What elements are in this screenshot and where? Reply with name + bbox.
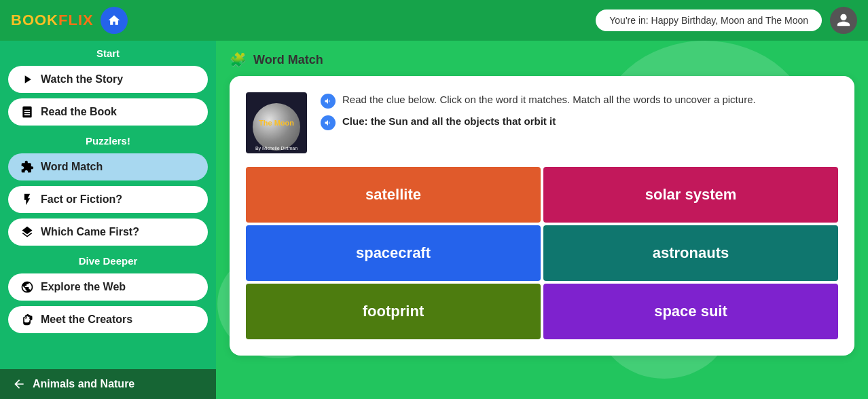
sidebar-item-label: Meet the Creators xyxy=(41,314,132,326)
sidebar-footer[interactable]: Animals and Nature xyxy=(0,369,216,399)
arrow-left-icon xyxy=(12,377,26,391)
dive-deeper-label: Dive Deeper xyxy=(0,248,216,271)
page-title-row: 🧩 Word Match xyxy=(230,52,854,68)
card-top: The Moon By Michelle Dirtman Read the cl… xyxy=(246,92,838,153)
sidebar-item-label: Explore the Web xyxy=(41,281,126,293)
puzzlers-label: Puzzlers! xyxy=(0,128,216,151)
logo-book: BOOK xyxy=(11,12,58,28)
clue-text: Clue: the Sun and all the objects that o… xyxy=(342,114,556,128)
hand-icon xyxy=(20,313,34,326)
speech-icon-2[interactable] xyxy=(321,115,336,130)
book-icon xyxy=(20,105,34,119)
book-cover: The Moon By Michelle Dirtman xyxy=(246,92,307,153)
book-cover-title: The Moon xyxy=(256,116,297,130)
word-grid: satellitesolar systemspacecraftastronaut… xyxy=(246,167,838,339)
sidebar-item-label: Read the Book xyxy=(41,106,117,118)
sidebar-item-read-book[interactable]: Read the Book xyxy=(8,98,208,126)
home-icon xyxy=(107,14,121,27)
header: BOOKFLIX You're in: Happy Birthday, Moon… xyxy=(0,0,868,41)
word-match-card: The Moon By Michelle Dirtman Read the cl… xyxy=(230,76,854,356)
sidebar-item-word-match[interactable]: Word Match xyxy=(8,153,208,180)
sidebar-footer-label: Animals and Nature xyxy=(33,378,134,390)
speaker-icon-2 xyxy=(324,119,332,127)
sidebar-item-label: Watch the Story xyxy=(41,73,123,86)
sidebar-item-watch-story[interactable]: Watch the Story xyxy=(8,66,208,93)
sidebar-item-label: Word Match xyxy=(41,161,103,173)
word-cell-satellite[interactable]: satellite xyxy=(246,167,541,223)
sidebar-item-explore-web[interactable]: Explore the Web xyxy=(8,273,208,301)
sidebar-item-fact-fiction[interactable]: Fact or Fiction? xyxy=(8,186,208,213)
instruction-text-1: Read the clue below. Click on the word i… xyxy=(342,92,756,107)
sidebar: Start Watch the Story Read the Book Puzz… xyxy=(0,41,216,399)
layers-icon xyxy=(20,225,34,239)
you-are-in-badge: You're in: Happy Birthday, Moon and The … xyxy=(596,10,822,31)
play-icon xyxy=(20,73,34,86)
speaker-icon xyxy=(324,97,332,105)
user-icon xyxy=(836,13,851,28)
globe-icon xyxy=(20,280,34,294)
user-avatar[interactable] xyxy=(830,7,857,34)
word-cell-solar-system[interactable]: solar system xyxy=(543,167,838,223)
logo-text: BOOKFLIX xyxy=(11,12,94,29)
page-title: Word Match xyxy=(253,53,323,67)
book-cover-author: By Michelle Dirtman xyxy=(246,146,307,151)
word-cell-astronauts[interactable]: astronauts xyxy=(543,225,838,281)
word-cell-space-suit[interactable]: space suit xyxy=(543,284,838,339)
logo: BOOKFLIX xyxy=(11,12,94,29)
logo-flix: FLIX xyxy=(58,12,94,28)
start-label: Start xyxy=(0,41,216,63)
sidebar-item-label: Fact or Fiction? xyxy=(41,193,122,206)
main-content: 🧩 Word Match The Moon By Michelle Dirtma… xyxy=(216,41,868,399)
instruction-row-2: Clue: the Sun and all the objects that o… xyxy=(321,114,756,130)
lightning-icon xyxy=(20,193,34,206)
sidebar-item-label: Which Came First? xyxy=(41,226,139,238)
clue-prefix: Clue: the Sun and all the objects that o… xyxy=(342,115,556,127)
instructions: Read the clue below. Click on the word i… xyxy=(321,92,756,130)
sidebar-item-meet-creators[interactable]: Meet the Creators xyxy=(8,306,208,333)
home-button[interactable] xyxy=(101,7,128,34)
speech-icon-1[interactable] xyxy=(321,94,336,109)
instruction-row-1: Read the clue below. Click on the word i… xyxy=(321,92,756,109)
sidebar-item-which-came-first[interactable]: Which Came First? xyxy=(8,218,208,246)
word-match-icon: 🧩 xyxy=(230,52,247,68)
word-cell-footprint[interactable]: footprint xyxy=(246,284,541,339)
word-cell-spacecraft[interactable]: spacecraft xyxy=(246,225,541,281)
puzzle-icon xyxy=(20,160,34,174)
